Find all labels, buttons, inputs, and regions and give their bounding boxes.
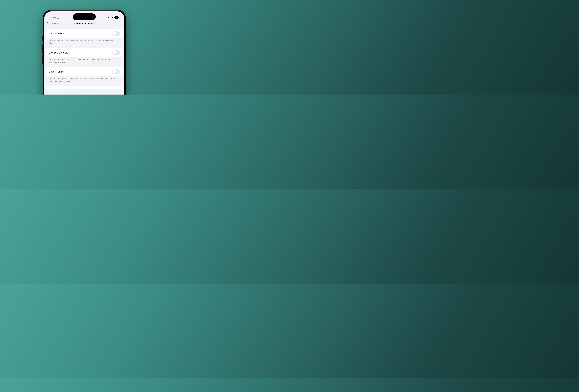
wifi-icon bbox=[111, 16, 114, 19]
setting-row-partial bbox=[46, 86, 123, 89]
toggle-knob bbox=[113, 32, 117, 36]
setting-label: Camera Mode bbox=[49, 32, 65, 35]
battery-indicator: 86 bbox=[114, 16, 119, 19]
toggle-depth-control[interactable] bbox=[112, 69, 120, 74]
status-left: 1:57 bbox=[51, 16, 59, 19]
dynamic-island bbox=[73, 13, 96, 20]
setting-description: Preserve the depth setting for Photo, Po… bbox=[46, 76, 123, 86]
front-camera bbox=[92, 16, 93, 18]
cellular-signal-icon bbox=[107, 16, 110, 18]
setting-description: Preserve the last mode, such as Video, r… bbox=[46, 38, 123, 48]
back-label: Camera bbox=[49, 22, 58, 25]
toggle-camera-mode[interactable] bbox=[112, 31, 120, 36]
svg-point-1 bbox=[58, 17, 58, 17]
volume-up-button bbox=[42, 44, 43, 54]
settings-list: Camera Mode Preserve the last mode, such… bbox=[44, 27, 124, 89]
back-button[interactable]: Camera bbox=[46, 22, 58, 25]
setting-row-camera-mode: Camera Mode bbox=[46, 29, 123, 38]
toggle-knob bbox=[113, 70, 117, 74]
battery-percent: 86 bbox=[116, 16, 117, 18]
chevron-left-icon bbox=[46, 22, 48, 25]
setting-row-depth-control: Depth Control bbox=[46, 67, 123, 76]
iphone-frame: 1:57 bbox=[43, 10, 126, 94]
setting-description: Preserve the last used filter, aspect ra… bbox=[46, 57, 123, 68]
power-button bbox=[126, 47, 127, 62]
navigation-header: Camera Preserve Settings bbox=[44, 21, 124, 27]
toggle-creative-controls[interactable] bbox=[112, 50, 120, 55]
toggle-knob bbox=[113, 51, 117, 55]
screen: 1:57 bbox=[44, 11, 124, 94]
setting-label: Depth Control bbox=[49, 70, 64, 73]
setting-label: Creative Controls bbox=[49, 51, 68, 54]
volume-down-button bbox=[42, 55, 43, 64]
focus-icon bbox=[57, 16, 59, 19]
side-button bbox=[42, 36, 43, 41]
status-time: 1:57 bbox=[51, 16, 56, 19]
setting-row-creative-controls: Creative Controls bbox=[46, 48, 123, 57]
status-right: 86 bbox=[107, 16, 119, 19]
